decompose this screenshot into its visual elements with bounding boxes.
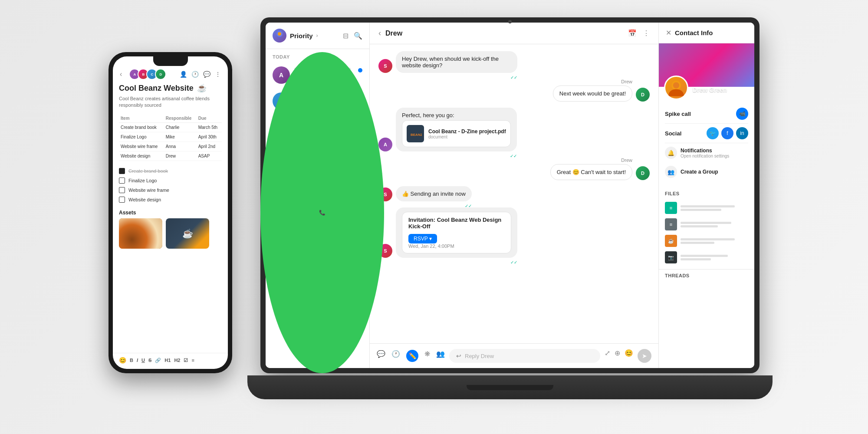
- more-icon[interactable]: ⋮: [215, 71, 221, 78]
- phone-back-button[interactable]: ‹: [120, 70, 122, 78]
- create-group-text: Create a Group: [681, 169, 718, 175]
- file-info: Cool Beanz - D-Zine project.pdf document: [428, 128, 506, 139]
- checkbox[interactable]: [119, 168, 125, 174]
- person-icon[interactable]: 👤: [180, 71, 187, 78]
- asset-package: ☕: [166, 218, 209, 249]
- title-text: Cool Beanz Website: [119, 84, 194, 93]
- file-line: [681, 238, 735, 240]
- linkedin-button[interactable]: in: [736, 127, 748, 139]
- video-call-button[interactable]: 📹: [736, 108, 748, 120]
- input-placeholder: Reply Drew: [465, 353, 494, 359]
- laptop: Priority › ⊟ 🔍 TODAY: [260, 17, 760, 399]
- priority-arrow: ›: [316, 33, 318, 39]
- h1-button[interactable]: H1: [164, 358, 171, 363]
- phone-checklist: Create brand book Finalize Logo Website …: [119, 166, 222, 204]
- file-item[interactable]: 📷: [665, 249, 748, 266]
- checkbox[interactable]: [119, 197, 125, 203]
- close-button[interactable]: ✕: [666, 29, 671, 37]
- twitter-button[interactable]: 🐦: [707, 127, 719, 139]
- h2-button[interactable]: H2: [174, 358, 180, 363]
- file-card[interactable]: BEANZ Cool Beanz - D-Zine project.pdf do…: [402, 120, 511, 147]
- people-icon[interactable]: 👥: [436, 350, 445, 362]
- notifications-option[interactable]: 🔔 Notifications Open notification settin…: [665, 143, 748, 162]
- file-lines: [681, 255, 748, 260]
- emoji-button[interactable]: 😊: [119, 357, 126, 364]
- msg-bubble: Perfect, here you go: BEANZ: [396, 108, 517, 151]
- apps-icon[interactable]: ❋: [424, 350, 430, 362]
- file-line: [681, 222, 731, 224]
- phone-top-icons: 👤 🕐 💬 ⋮: [180, 71, 221, 78]
- facebook-button[interactable]: f: [721, 127, 733, 139]
- checkbox-format-button[interactable]: ☑: [184, 358, 188, 363]
- calendar-icon[interactable]: 📅: [628, 29, 637, 37]
- laptop-body: Priority › ⊟ 🔍 TODAY: [260, 17, 760, 373]
- contact-body: Spike call 📹 📞 Social 🐦: [659, 87, 754, 187]
- compose-icon[interactable]: ✏️: [406, 350, 418, 362]
- notifications-icon: 🔔: [665, 147, 677, 159]
- phone-content: Cool Beanz Website ☕ Cool Beanz creates …: [113, 83, 228, 353]
- table-cell: Anna: [164, 141, 197, 151]
- msg-check: ✓✓: [510, 154, 517, 158]
- filter-icon[interactable]: ⊟: [343, 32, 349, 40]
- chat-messages: S Hey Drew, when should we kick-off the …: [370, 44, 658, 343]
- contact-avatar: [664, 76, 688, 100]
- file-icon-orange: ☕: [665, 235, 677, 247]
- msg-sender: Drew: [553, 79, 632, 84]
- chat-icon[interactable]: 💬: [377, 350, 385, 362]
- clock-icon[interactable]: 🕐: [191, 71, 199, 78]
- checkbox[interactable]: [119, 187, 125, 193]
- strike-button[interactable]: S: [148, 358, 151, 363]
- plus-icon[interactable]: ⊕: [615, 349, 620, 363]
- list-button[interactable]: ≡: [191, 358, 194, 363]
- contact-name-block: Drew Green Drew@CoolBeanz.com: [693, 86, 738, 100]
- chat-panel: ‹ Drew 📅 ⋮ S He: [370, 23, 659, 368]
- underline-button[interactable]: U: [141, 358, 145, 363]
- phone-screen: ‹ A B C D 👤 🕐 💬 ⋮: [113, 56, 228, 369]
- spike-call-label: Spike call: [665, 111, 691, 117]
- file-icon-teal: ≡: [665, 202, 677, 214]
- check-label: Website design: [128, 197, 161, 202]
- contact-title: Contact Info: [675, 29, 713, 36]
- rsvp-button[interactable]: RSVP ▾: [408, 234, 437, 243]
- file-item[interactable]: ☕: [665, 233, 748, 249]
- checkbox[interactable]: [119, 178, 125, 184]
- msg-avatar: S: [378, 59, 392, 73]
- file-item[interactable]: ≡: [665, 200, 748, 216]
- search-icon[interactable]: 🔍: [354, 32, 362, 40]
- file-item[interactable]: ≡: [665, 216, 748, 233]
- italic-button[interactable]: I: [137, 358, 138, 363]
- phone-avatar: D: [155, 69, 166, 80]
- file-lines: [681, 205, 748, 211]
- emoji-icon[interactable]: 😊: [625, 349, 633, 363]
- chat-back-button[interactable]: ‹: [378, 29, 381, 38]
- file-icon-gray: ≡: [665, 218, 677, 230]
- file-line: [681, 242, 714, 244]
- send-button[interactable]: ➤: [638, 349, 651, 363]
- priority-label: Priority: [290, 32, 313, 39]
- phone: ‹ A B C D 👤 🕐 💬 ⋮: [108, 52, 232, 373]
- message-row: D Drew Great 😊 Can't wait to start!: [378, 158, 650, 180]
- package-art: ☕: [166, 218, 209, 249]
- message-row: S Hey Drew, when should we kick-off the …: [378, 51, 650, 73]
- unread-dot: [358, 68, 362, 72]
- create-group-option[interactable]: 👥 Create a Group: [665, 162, 748, 181]
- chat-icon[interactable]: 💬: [203, 71, 210, 78]
- invite-card: Invitation: Cool Beanz Web Design Kick-O…: [402, 212, 511, 253]
- table-cell: Create brand book: [119, 122, 164, 132]
- phone-description: Cool Beanz creates artisanal coffee blen…: [119, 95, 222, 109]
- files-title: FILES: [665, 191, 748, 196]
- phone-bottom-bar: 😊 B I U S 🔗 H1 H2 ☑ ≡: [113, 353, 228, 369]
- conv-header: Priority › ⊟ 🔍: [266, 23, 369, 49]
- msg-check: ✓✓: [510, 75, 517, 80]
- table-row: Website wire frame Anna April 2nd: [119, 141, 222, 151]
- check-item: Finalize Logo: [119, 176, 222, 185]
- table-cell: Finalize Logo: [119, 132, 164, 141]
- file-name: Cool Beanz - D-Zine project.pdf: [428, 128, 506, 135]
- scene: Priority › ⊟ 🔍 TODAY: [108, 17, 760, 417]
- more-icon[interactable]: ⋮: [643, 29, 650, 37]
- chat-input-field[interactable]: ↩ Reply Drew: [449, 349, 600, 363]
- expand-icon[interactable]: ⤢: [605, 349, 610, 363]
- link-button[interactable]: 🔗: [155, 358, 161, 363]
- clock-icon[interactable]: 🕐: [391, 350, 400, 362]
- bold-button[interactable]: B: [130, 358, 133, 363]
